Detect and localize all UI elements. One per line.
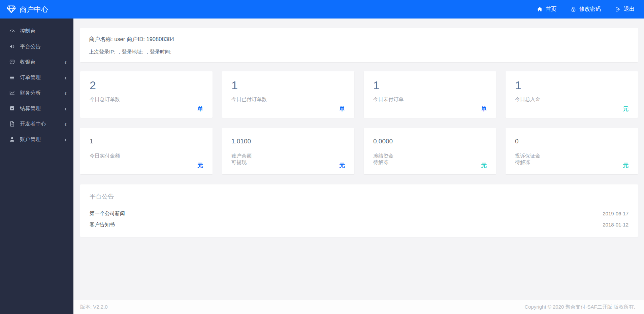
stat-value: 1	[373, 78, 487, 93]
nav-logout-label: 退出	[624, 6, 635, 13]
brand-logo[interactable]: 商户中心	[7, 5, 49, 14]
sidebar-item-label: 收银台	[20, 59, 36, 66]
announcement-icon	[9, 43, 15, 49]
brand-title: 商户中心	[20, 5, 49, 14]
merchant-center-app: 商户中心 首页 修改密码	[0, 0, 644, 314]
stat-unit: 单	[197, 105, 203, 113]
cashier-icon	[9, 59, 15, 65]
sidebar-item-label: 开发者中心	[20, 120, 46, 128]
stat-card-actual-paid: 1 今日实付金额 元	[80, 128, 213, 174]
sidebar-item-announcements[interactable]: 平台公告	[0, 39, 73, 54]
stat-unit: 元	[481, 162, 487, 169]
chevron-left-icon: ‹	[64, 74, 67, 81]
stat-label: 账户余额	[231, 152, 252, 159]
sidebar-item-orders[interactable]: 订单管理 ‹	[0, 70, 73, 85]
sidebar-item-developer[interactable]: 开发者中心 ‹	[0, 116, 73, 132]
settlement-icon	[9, 105, 15, 111]
stat-card-complaint-deposit: 0 投诉保证金 待解冻 元	[506, 128, 638, 174]
stat-unit: 元	[623, 162, 629, 169]
page-footer: 版本: V2.2.0 Copyright © 2020 聚合支付-SAF二开版 …	[73, 300, 644, 314]
developer-icon	[9, 121, 15, 127]
sidebar-item-label: 控制台	[20, 28, 36, 35]
stat-unit: 元	[623, 105, 629, 113]
copyright-label: Copyright © 2020 聚合支付-SAF二开版 版权所有.	[524, 304, 635, 310]
announcement-date: 2018-01-12	[603, 222, 629, 228]
stat-value: 0.0000	[373, 137, 487, 145]
sidebar: 控制台 平台公告 收银台 ‹	[0, 19, 73, 314]
stat-value: 1.0100	[231, 137, 345, 145]
top-nav: 首页 修改密码	[537, 6, 635, 13]
sidebar-item-label: 账户管理	[20, 136, 41, 143]
user-icon	[9, 136, 15, 142]
nav-change-password[interactable]: 修改密码	[571, 6, 601, 13]
stat-label: 今日总订单数	[90, 96, 120, 102]
stat-card-total-orders: 2 今日总订单数 单	[80, 71, 213, 118]
sidebar-item-dashboard[interactable]: 控制台	[0, 23, 73, 39]
sidebar-item-label: 结算管理	[20, 105, 41, 112]
stat-sublabel: 待解冻	[515, 159, 540, 165]
stat-value: 0	[515, 137, 629, 145]
stat-value: 1	[515, 78, 629, 93]
home-icon	[537, 6, 543, 12]
sidebar-item-finance[interactable]: 财务分析 ‹	[0, 85, 73, 101]
stat-sublabel: 可提现	[231, 159, 252, 165]
chevron-left-icon: ‹	[64, 59, 67, 65]
main-area: 商户名称: user 商户ID: 190808384 上次登录IP: ，登录地址…	[73, 19, 644, 314]
announcement-date: 2019-06-17	[603, 211, 629, 216]
finance-icon	[9, 90, 15, 96]
orders-icon	[9, 74, 15, 80]
sidebar-item-label: 财务分析	[20, 90, 41, 97]
stat-card-balance: 1.0100 账户余额 可提现 元	[222, 128, 354, 174]
sidebar-item-account[interactable]: 账户管理 ‹	[0, 132, 73, 147]
announcements-title: 平台公告	[90, 193, 629, 201]
sidebar-item-settlement[interactable]: 结算管理 ‹	[0, 101, 73, 116]
merchant-last-login: 上次登录IP: ，登录地址: ，登录时间:	[89, 49, 629, 55]
stat-unit: 元	[339, 162, 345, 169]
stat-sublabel: 待解冻	[373, 159, 393, 165]
announcement-item[interactable]: 第一个公司新闻 2019-06-17	[90, 208, 629, 219]
stat-grid-row2: 1 今日实付金额 元 1.0100 账户余额	[80, 128, 638, 174]
stat-unit: 单	[339, 105, 345, 113]
stat-grid-row1: 2 今日总订单数 单 1 今日已付订单数	[80, 71, 638, 118]
announcement-name[interactable]: 第一个公司新闻	[90, 210, 125, 217]
stat-card-unpaid-orders: 1 今日未付订单 单	[364, 71, 496, 118]
sidebar-item-label: 平台公告	[20, 43, 41, 50]
gem-icon	[7, 5, 16, 13]
nav-logout[interactable]: 退出	[615, 6, 635, 13]
stat-value: 1	[231, 78, 345, 93]
sidebar-item-cashier[interactable]: 收银台 ‹	[0, 54, 73, 70]
stat-label: 今日总入金	[515, 96, 540, 102]
nav-home-label: 首页	[546, 6, 556, 13]
stat-value: 1	[90, 137, 203, 145]
stat-label: 冻结资金	[373, 152, 393, 159]
announcements-card: 平台公告 第一个公司新闻 2019-06-17 客户告知书 2018-01-12	[80, 184, 638, 237]
stat-unit: 单	[481, 105, 487, 113]
chevron-left-icon: ‹	[64, 136, 67, 143]
sign-out-icon	[615, 6, 621, 12]
stat-card-frozen-funds: 0.0000 冻结资金 待解冻 元	[364, 128, 496, 174]
stat-card-total-income: 1 今日总入金 元	[506, 71, 638, 118]
chevron-left-icon: ‹	[64, 120, 67, 127]
stat-label: 今日实付金额	[90, 152, 120, 159]
unlock-icon	[571, 6, 576, 12]
main-content: 商户名称: user 商户ID: 190808384 上次登录IP: ，登录地址…	[73, 19, 644, 237]
stat-label: 投诉保证金	[515, 152, 540, 159]
dashboard-icon	[9, 28, 15, 34]
stat-label: 今日未付订单	[373, 96, 404, 102]
stat-value: 2	[90, 78, 203, 93]
merchant-identity: 商户名称: user 商户ID: 190808384	[89, 36, 629, 43]
stat-unit: 元	[197, 162, 203, 169]
top-header: 商户中心 首页 修改密码	[0, 0, 644, 19]
sidebar-item-label: 订单管理	[20, 74, 41, 81]
announcement-name[interactable]: 客户告知书	[90, 221, 115, 228]
announcement-item[interactable]: 客户告知书 2018-01-12	[90, 219, 629, 230]
stat-card-paid-orders: 1 今日已付订单数 单	[222, 71, 354, 118]
chevron-left-icon: ‹	[64, 90, 67, 96]
stat-label: 今日已付订单数	[231, 96, 267, 102]
nav-home[interactable]: 首页	[537, 6, 556, 13]
nav-change-password-label: 修改密码	[579, 6, 601, 13]
merchant-info-card: 商户名称: user 商户ID: 190808384 上次登录IP: ，登录地址…	[80, 28, 638, 62]
chevron-left-icon: ‹	[64, 105, 67, 112]
version-label: 版本: V2.2.0	[80, 304, 108, 310]
